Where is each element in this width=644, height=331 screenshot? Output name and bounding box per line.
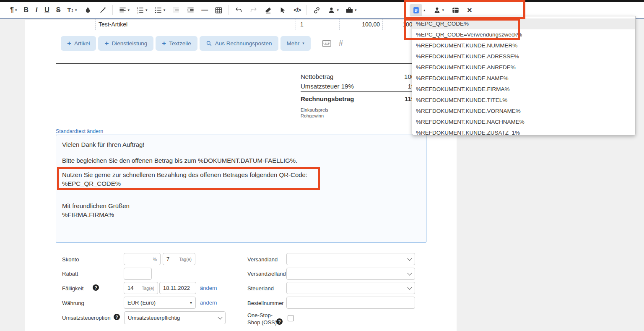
menu-item-kunde-name[interactable]: %REFDOKUMENT.KUNDE.NAME% [412, 73, 635, 84]
hash-icon[interactable]: # [339, 39, 343, 48]
item-description-cell[interactable]: Test-Artikel [96, 19, 296, 30]
contact-placeholder-button[interactable]: ▾ [432, 4, 445, 16]
clear-format-button[interactable] [261, 4, 275, 16]
bestellnummer-input[interactable] [290, 300, 411, 306]
mehr-button[interactable]: Mehr ▾ [280, 36, 311, 51]
oss-checkbox[interactable] [288, 315, 294, 321]
faelligkeit-help-icon[interactable]: ? [93, 284, 99, 291]
underline-button[interactable]: U [41, 4, 53, 16]
skonto-days-input[interactable] [166, 256, 177, 262]
item-quantity-cell[interactable]: 1 [296, 19, 340, 30]
item-description: Test-Artikel [99, 21, 127, 28]
menu-item-kunde-anrede[interactable]: %REFDOKUMENT.KUNDE.ANREDE% [412, 62, 635, 73]
underline-icon: U [44, 7, 49, 13]
menu-item-kunde-adresse[interactable]: %REFDOKUMENT.KUNDE.ADRESSE% [412, 51, 635, 62]
umsatzsteueroption-help-icon[interactable]: ? [114, 314, 120, 320]
cursor-pointer-icon [279, 6, 287, 14]
bestellnummer-field[interactable] [286, 297, 415, 309]
table-placeholder-button[interactable] [451, 4, 460, 16]
aus-rechnungsposten-button[interactable]: Aus Rechnungsposten [200, 36, 278, 51]
add-textzeile-button[interactable]: + Textzeile [156, 36, 197, 51]
closing-text-editor[interactable]: Vielen Dank für Ihren Auftrag! Bitte beg… [56, 135, 426, 242]
skonto-days-field[interactable]: Tag(e) [163, 253, 195, 265]
umsatzsteueroption-select[interactable]: Umsatzsteuerpflichtig [124, 311, 226, 324]
brush-icon [99, 6, 106, 14]
insert-table-button[interactable] [211, 4, 226, 16]
versandzielland-select[interactable] [286, 268, 415, 280]
menu-item-kunde-nummer[interactable]: %REFDOKUMENT.KUNDE.NUMMER% [412, 40, 635, 51]
oss-label-line1: One-Stop- [247, 312, 273, 318]
skonto-percent-field[interactable]: % [124, 253, 161, 265]
undo-button[interactable] [231, 4, 246, 16]
italic-button[interactable]: I [32, 4, 41, 16]
versandland-select[interactable] [286, 253, 415, 265]
horizontal-rule-button[interactable]: — [198, 4, 211, 16]
chevron-down-icon: ▾ [442, 8, 444, 12]
outdent-button[interactable] [169, 4, 183, 16]
waehrung-select[interactable]: EUR (Euro) ▾ [124, 297, 196, 309]
unordered-list-button[interactable]: ▾ [151, 4, 169, 16]
faelligkeit-label: Fälligkeit [62, 285, 83, 292]
rabatt-input[interactable] [127, 271, 148, 277]
font-size-button[interactable]: T↕ ▾ [64, 4, 80, 16]
menu-item-kunde-firma[interactable]: %REFDOKUMENT.KUNDE.FIRMA% [412, 84, 635, 95]
placeholder-dropdown-menu: %EPC_QR_CODE% %EPC_QR_CODE=Verwendungszw… [412, 16, 636, 136]
insert-link-button[interactable] [309, 4, 324, 16]
company-placeholder-button[interactable]: ▾ [342, 4, 360, 16]
ordered-list-button[interactable]: 123 ▾ [133, 4, 151, 16]
redo-icon [249, 6, 257, 14]
redo-button[interactable] [246, 4, 261, 16]
oss-help-icon[interactable]: ? [276, 318, 283, 325]
pilcrow-icon: ¶ [10, 7, 14, 13]
indent-button[interactable] [183, 4, 198, 16]
font-size-icon: T↕ [67, 7, 74, 13]
faelligkeit-date-field[interactable] [159, 282, 196, 294]
code-view-button[interactable]: </> [290, 4, 304, 16]
customer-placeholder-button[interactable]: ▾ [324, 4, 342, 16]
menu-item-kunde-titel[interactable]: %REFDOKUMENT.KUNDE.TITEL% [412, 95, 635, 106]
menu-item-epc-qr-code-verwendungszweck[interactable]: %EPC_QR_CODE=Verwendungszweck% [412, 29, 635, 40]
rabatt-field[interactable] [124, 268, 152, 280]
strikethrough-button[interactable]: S [53, 4, 64, 16]
menu-item-kunde-nachname[interactable]: %REFDOKUMENT.KUNDE.NACHNAME% [412, 117, 635, 128]
horizontal-rule-icon: — [201, 7, 208, 13]
keyboard-icon[interactable] [322, 40, 331, 47]
chevron-down-icon: ▾ [15, 8, 17, 12]
waehrung-label: Währung [62, 300, 84, 306]
faelligkeit-aendern-link[interactable]: ändern [200, 285, 217, 291]
faelligkeit-days-input[interactable] [127, 285, 140, 291]
menu-item-kunde-zusatz1[interactable]: %REFDOKUMENT.KUNDE.ZUSATZ_1% [412, 128, 635, 136]
steuerland-select[interactable] [286, 282, 415, 294]
letter-paragraph-qr: Nutzen Sie gerne zur schnelleren Bezahlu… [62, 170, 307, 188]
align-button[interactable]: ▾ [115, 4, 133, 16]
indent-icon [187, 6, 195, 14]
versandzielland-label: Versandzielland [247, 271, 286, 277]
select-tool-button[interactable] [275, 4, 290, 16]
item-position-cell[interactable] [56, 19, 96, 30]
menu-item-kunde-vorname[interactable]: %REFDOKUMENT.KUNDE.VORNAME% [412, 106, 635, 117]
table-icon [215, 6, 223, 14]
faelligkeit-days-field[interactable]: Tag(e) [124, 282, 158, 294]
document-placeholder-button[interactable]: ▴ [409, 4, 426, 16]
menu-item-epc-qr-code[interactable]: %EPC_QR_CODE% [412, 18, 635, 29]
standardtext-aendern-link[interactable]: Standardtext ändern [56, 128, 103, 134]
qr-placeholder-line: %EPC_QR_CODE% [62, 179, 307, 188]
text-color-button[interactable] [80, 4, 95, 16]
add-dienstleistung-button[interactable]: + Dienstleistung [98, 36, 153, 51]
item-unit-price-cell[interactable]: 100,00 [340, 19, 383, 30]
person-tie-icon [433, 6, 441, 14]
faelligkeit-date-input[interactable] [163, 285, 192, 291]
bold-button[interactable]: B [20, 4, 32, 16]
close-toolbar-button[interactable]: × [466, 4, 473, 16]
chevron-down-icon [407, 256, 412, 261]
highlight-brush-button[interactable] [95, 4, 110, 16]
italic-icon: I [35, 7, 38, 13]
tage-suffix: Tag(e) [142, 286, 154, 291]
skonto-label: Skonto [62, 256, 79, 263]
strikethrough-icon: S [56, 7, 61, 13]
oss-label-line2: Shop (OSS) [247, 319, 277, 326]
add-artikel-button[interactable]: + Artikel [61, 36, 96, 51]
waehrung-aendern-link[interactable]: ändern [200, 300, 217, 306]
paragraph-style-button[interactable]: ¶ ▾ [7, 4, 20, 16]
skonto-percent-input[interactable] [127, 256, 151, 262]
